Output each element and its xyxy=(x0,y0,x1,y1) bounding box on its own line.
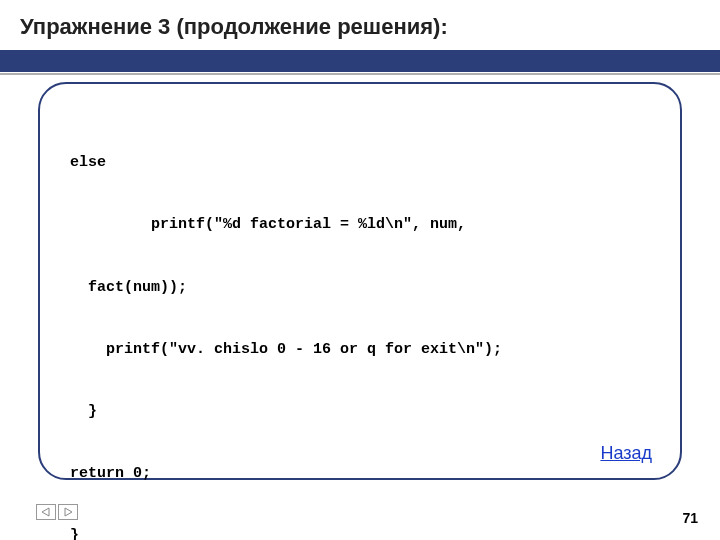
next-arrow-button[interactable] xyxy=(58,504,78,520)
content-frame: else printf("%d factorial = %ld\n", num,… xyxy=(38,82,682,480)
svg-marker-1 xyxy=(65,508,72,516)
code-line: printf("vv. chislo 0 - 16 or q for exit\… xyxy=(70,340,650,361)
code-line: printf("%d factorial = %ld\n", num, xyxy=(70,215,650,236)
triangle-right-icon xyxy=(63,507,73,517)
page-number: 71 xyxy=(682,510,698,526)
code-line: else xyxy=(70,153,650,174)
back-link[interactable]: Назад xyxy=(600,443,652,464)
code-line: return 0; xyxy=(70,464,650,485)
svg-marker-0 xyxy=(42,508,49,516)
code-block: else printf("%d factorial = %ld\n", num,… xyxy=(70,112,650,540)
code-line: } xyxy=(70,402,650,423)
title-underline-bar xyxy=(0,50,720,72)
nav-arrows xyxy=(36,504,78,520)
title-underline-grey xyxy=(0,73,720,75)
code-line: fact(num)); xyxy=(70,278,650,299)
code-line: } xyxy=(70,526,650,540)
slide-title: Упражнение 3 (продолжение решения): xyxy=(0,0,720,46)
triangle-left-icon xyxy=(41,507,51,517)
prev-arrow-button[interactable] xyxy=(36,504,56,520)
